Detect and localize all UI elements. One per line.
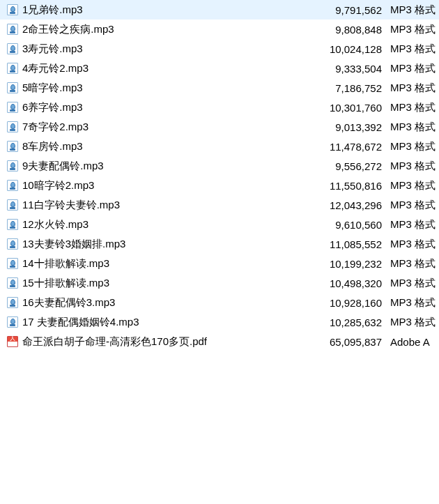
file-row[interactable]: 14十排歌解读.mp310,199,232MP3 格式: [0, 254, 439, 273]
mp3-file-icon: [7, 43, 18, 54]
file-name: 14十排歌解读.mp3: [22, 257, 308, 270]
file-name: 17 夫妻配偶婚姻铃4.mp3: [22, 316, 308, 329]
mp3-file-icon: [7, 219, 18, 230]
file-type: MP3 格式: [390, 277, 439, 290]
file-size: 10,498,320: [308, 277, 390, 289]
file-size: 9,791,562: [308, 4, 390, 16]
file-size: 10,285,632: [308, 316, 390, 328]
file-row[interactable]: 16夫妻配偶铃3.mp310,928,160MP3 格式: [0, 293, 439, 312]
mp3-file-icon: [7, 121, 18, 132]
mp3-file-icon: [7, 277, 18, 289]
file-row[interactable]: 2命王铃之疾病.mp39,808,848MP3 格式: [0, 20, 439, 39]
file-row[interactable]: 10暗字铃2.mp311,550,816MP3 格式: [0, 176, 439, 195]
file-row[interactable]: 3寿元铃.mp310,024,128MP3 格式: [0, 39, 439, 59]
file-row[interactable]: 9夫妻配偶铃.mp39,556,272MP3 格式: [0, 156, 439, 176]
file-type: MP3 格式: [390, 3, 439, 17]
file-type: MP3 格式: [390, 316, 439, 329]
file-size: 9,333,504: [308, 63, 390, 75]
file-row[interactable]: 7奇字铃2.mp39,013,392MP3 格式: [0, 117, 439, 137]
mp3-file-icon: [7, 297, 18, 308]
file-name: 3寿元铃.mp3: [22, 43, 308, 56]
file-type: MP3 格式: [390, 62, 439, 75]
file-row[interactable]: 17 夫妻配偶婚姻铃4.mp310,285,632MP3 格式: [0, 312, 439, 332]
file-type: MP3 格式: [390, 140, 439, 153]
file-name: 7奇字铃2.mp3: [22, 121, 308, 134]
file-size: 10,928,160: [308, 297, 390, 309]
file-name: 15十排歌解读.mp3: [22, 277, 308, 290]
mp3-file-icon: [7, 141, 18, 152]
file-type: MP3 格式: [390, 23, 439, 36]
mp3-file-icon: [7, 180, 18, 191]
file-size: 11,085,552: [308, 238, 390, 250]
file-row[interactable]: 15十排歌解读.mp310,498,320MP3 格式: [0, 273, 439, 293]
file-type: MP3 格式: [390, 160, 439, 173]
file-type: MP3 格式: [390, 43, 439, 56]
file-type: MP3 格式: [390, 82, 439, 95]
file-size: 9,808,848: [308, 24, 390, 36]
file-name: 5暗字铃.mp3: [22, 82, 308, 95]
mp3-file-icon: [7, 82, 18, 93]
mp3-file-icon: [7, 63, 18, 74]
file-type: MP3 格式: [390, 179, 439, 192]
file-size: 9,610,560: [308, 219, 390, 231]
file-row[interactable]: 8车房铃.mp311,478,672MP3 格式: [0, 137, 439, 156]
file-name: 4寿元铃2.mp3: [22, 62, 308, 75]
file-size: 10,301,760: [308, 102, 390, 114]
file-row[interactable]: 5暗字铃.mp37,186,752MP3 格式: [0, 78, 439, 98]
file-size: 11,478,672: [308, 141, 390, 153]
file-row[interactable]: 4寿元铃2.mp39,333,504MP3 格式: [0, 59, 439, 78]
mp3-file-icon: [7, 160, 18, 171]
file-size: 11,550,816: [308, 180, 390, 192]
file-name: 命王派白胡子命理-高清彩色170多页.pdf: [22, 335, 308, 349]
file-name: 11白字铃夫妻铃.mp3: [22, 199, 308, 212]
file-name: 1兄弟铃.mp3: [22, 3, 308, 17]
file-name: 2命王铃之疾病.mp3: [22, 23, 308, 36]
file-row[interactable]: 11白字铃夫妻铃.mp312,043,296MP3 格式: [0, 195, 439, 215]
file-name: 12水火铃.mp3: [22, 218, 308, 231]
file-name: 13夫妻铃3婚姻排.mp3: [22, 238, 308, 251]
mp3-file-icon: [7, 238, 18, 250]
file-type: MP3 格式: [390, 121, 439, 134]
file-type: MP3 格式: [390, 238, 439, 251]
file-type: MP3 格式: [390, 101, 439, 114]
file-type: MP3 格式: [390, 296, 439, 310]
mp3-file-icon: [7, 4, 18, 15]
file-size: 7,186,752: [308, 82, 390, 94]
file-name: 9夫妻配偶铃.mp3: [22, 160, 308, 173]
file-size: 10,024,128: [308, 43, 390, 55]
file-name: 8车房铃.mp3: [22, 140, 308, 153]
file-row[interactable]: 13夫妻铃3婚姻排.mp311,085,552MP3 格式: [0, 234, 439, 254]
file-row[interactable]: 1兄弟铃.mp39,791,562MP3 格式: [0, 0, 439, 20]
file-type: Adobe A: [390, 336, 439, 348]
mp3-file-icon: [7, 102, 18, 113]
file-row[interactable]: 12水火铃.mp39,610,560MP3 格式: [0, 215, 439, 234]
mp3-file-icon: [7, 316, 18, 328]
mp3-file-icon: [7, 24, 18, 35]
file-list: 1兄弟铃.mp39,791,562MP3 格式2命王铃之疾病.mp39,808,…: [0, 0, 439, 351]
file-row[interactable]: 命王派白胡子命理-高清彩色170多页.pdf65,095,837Adobe A: [0, 332, 439, 351]
file-size: 65,095,837: [308, 336, 390, 348]
file-size: 9,556,272: [308, 160, 390, 172]
file-name: 6养字铃.mp3: [22, 101, 308, 114]
file-name: 10暗字铃2.mp3: [22, 179, 308, 192]
file-type: MP3 格式: [390, 199, 439, 212]
file-size: 12,043,296: [308, 199, 390, 211]
file-row[interactable]: 6养字铃.mp310,301,760MP3 格式: [0, 98, 439, 117]
file-type: MP3 格式: [390, 218, 439, 231]
file-size: 9,013,392: [308, 121, 390, 133]
file-size: 10,199,232: [308, 258, 390, 270]
file-name: 16夫妻配偶铃3.mp3: [22, 296, 308, 310]
pdf-file-icon: [7, 336, 18, 347]
mp3-file-icon: [7, 199, 18, 211]
mp3-file-icon: [7, 258, 18, 269]
file-type: MP3 格式: [390, 257, 439, 270]
